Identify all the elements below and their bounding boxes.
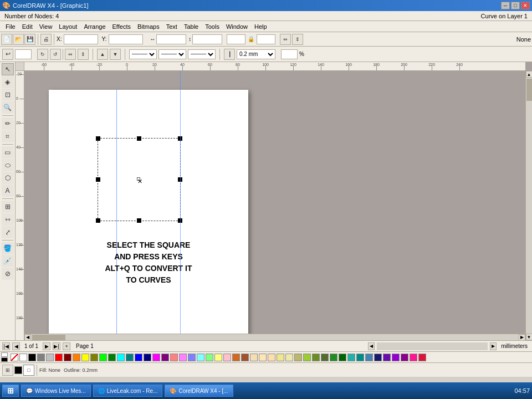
page-first-button[interactable]: |◀ (2, 342, 10, 350)
palette-swatch-26[interactable] (250, 354, 258, 361)
palette-swatch-35[interactable] (330, 354, 337, 361)
crop-tool[interactable]: ⊡ (2, 89, 14, 101)
palette-swatch-6[interactable] (73, 354, 80, 361)
palette-swatch-11[interactable] (117, 354, 125, 361)
palette-swatch-37[interactable] (347, 354, 355, 361)
palette-swatch-39[interactable] (365, 354, 373, 361)
dimension-tool[interactable]: ⇿ (2, 213, 14, 226)
palette-swatch-33[interactable] (312, 354, 320, 361)
palette-swatch-5[interactable] (64, 354, 71, 361)
handle-bl[interactable] (96, 218, 100, 223)
freehand-tool[interactable]: ✏ (2, 117, 14, 130)
handle-br[interactable] (178, 218, 182, 223)
taskbar-windows-live[interactable]: 💬 Windows Live Mes... (21, 385, 91, 397)
flip-v-button[interactable]: ⇕ (78, 49, 89, 60)
zoom-tool[interactable]: 🔍 (2, 101, 14, 114)
palette-swatch-27[interactable] (259, 354, 267, 361)
palette-swatch-43[interactable] (401, 354, 408, 361)
table-tool[interactable]: ⊞ (2, 201, 14, 213)
palette-swatch-45[interactable] (418, 354, 426, 361)
palette-swatch-34[interactable] (321, 354, 329, 361)
line-width-button[interactable]: ┃ (224, 49, 235, 60)
palette-swatch-28[interactable] (268, 354, 275, 361)
close-button[interactable]: ✕ (521, 2, 530, 9)
rotation-input[interactable]: 0.0 (15, 49, 32, 59)
rotate-ccw-button[interactable]: ↺ (50, 49, 61, 60)
palette-swatch-25[interactable] (241, 354, 249, 361)
selected-rectangle[interactable]: ✕ (98, 138, 181, 221)
palette-swatch-12[interactable] (126, 354, 134, 361)
polygon-tool[interactable]: ⬡ (2, 172, 14, 184)
text-tool[interactable]: A (2, 185, 14, 197)
palette-swatch-8[interactable] (90, 354, 98, 361)
scale-y-input[interactable]: 100.0 (257, 34, 275, 44)
palette-swatch-2[interactable] (37, 354, 45, 361)
flip-h-button[interactable]: ⇔ (65, 49, 76, 60)
no-fill-swatch[interactable] (11, 354, 18, 361)
outline-display[interactable]: □ (23, 365, 34, 376)
palette-swatch-19[interactable] (188, 354, 196, 361)
line-style-select2[interactable]: ───── (158, 49, 186, 59)
scale-x-input[interactable]: 100.0 (227, 34, 245, 44)
scrollbar-h-right[interactable]: ▶ (490, 342, 497, 350)
palette-swatch-32[interactable] (303, 354, 311, 361)
y-input[interactable]: 174.495 mm (109, 34, 143, 44)
palette-swatch-40[interactable] (374, 354, 382, 361)
ellipse-tool[interactable]: ⬭ (2, 159, 14, 171)
scroll-left-button[interactable]: ◀ (24, 334, 31, 341)
rotate-cw-button[interactable]: ↻ (37, 49, 48, 60)
mirror-h-button[interactable]: ⇔ (280, 34, 291, 45)
menu-tools[interactable]: Tools (202, 22, 223, 31)
palette-swatch-44[interactable] (410, 354, 417, 361)
select-tool[interactable]: ↖ (2, 63, 14, 75)
scrollbar-right[interactable]: ▲ ▼ (525, 71, 532, 340)
shape-tool[interactable]: ◈ (2, 76, 14, 88)
palette-swatch-15[interactable] (152, 354, 160, 361)
palette-swatch-4[interactable] (55, 354, 63, 361)
palette-swatch-23[interactable] (223, 354, 231, 361)
taskbar-coreldraw[interactable]: 🎨 CorelDRAW X4 - [... (165, 385, 233, 397)
view-mode-button[interactable]: ⊞ (2, 365, 13, 376)
minimize-button[interactable]: ─ (501, 2, 510, 9)
palette-swatch-24[interactable] (232, 354, 240, 361)
scroll-down-button[interactable]: ▼ (526, 334, 533, 340)
mirror-v-button[interactable]: ⇕ (292, 34, 303, 45)
palette-swatch-9[interactable] (99, 354, 107, 361)
handle-bc[interactable] (137, 218, 141, 223)
menu-help[interactable]: Help (251, 22, 270, 31)
add-page-button[interactable]: + (63, 342, 70, 350)
zoom-input[interactable]: 100 (281, 49, 298, 59)
palette-swatch-41[interactable] (383, 354, 391, 361)
menu-layout[interactable]: Layout (55, 22, 80, 31)
palette-swatch-17[interactable] (170, 354, 178, 361)
palette-swatch-10[interactable] (108, 354, 116, 361)
palette-swatch-16[interactable] (161, 354, 169, 361)
handle-mr[interactable] (178, 177, 182, 182)
open-button[interactable]: 📂 (13, 34, 24, 45)
scrollbar-h-track[interactable] (377, 342, 488, 350)
scrollbar-bottom[interactable]: ◀ ▶ (24, 334, 525, 340)
menu-edit[interactable]: Edit (19, 22, 36, 31)
to-front-button[interactable]: ▲ (97, 49, 108, 60)
x-input[interactable]: 103.718 mm (64, 34, 98, 44)
palette-swatch-29[interactable] (277, 354, 284, 361)
palette-swatch-38[interactable] (356, 354, 364, 361)
menu-window[interactable]: Window (223, 22, 251, 31)
save-button[interactable]: 💾 (24, 34, 35, 45)
palette-swatch-14[interactable] (144, 354, 151, 361)
palette-swatch-30[interactable] (285, 354, 293, 361)
palette-swatch-7[interactable] (81, 354, 89, 361)
palette-swatch-31[interactable] (294, 354, 302, 361)
maximize-button[interactable]: □ (511, 2, 520, 9)
palette-swatch-18[interactable] (179, 354, 187, 361)
height-input[interactable]: 38.398 mm (192, 34, 222, 44)
page-last-button[interactable]: ▶| (53, 342, 60, 350)
outline-tool[interactable]: ⊘ (2, 268, 14, 280)
menu-arrange[interactable]: Arrange (80, 22, 109, 31)
to-back-button[interactable]: ▼ (110, 49, 121, 60)
palette-swatch-22[interactable] (214, 354, 222, 361)
line-style-select1[interactable]: ───── (129, 49, 157, 59)
undo-button[interactable]: ↩ (2, 49, 13, 60)
palette-swatch-36[interactable] (339, 354, 346, 361)
rectangle-tool[interactable]: ▭ (2, 146, 14, 158)
